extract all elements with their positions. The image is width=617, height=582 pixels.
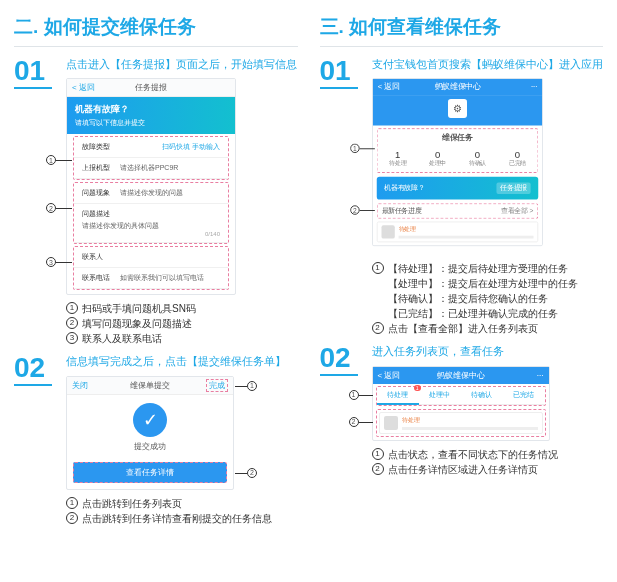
- view-detail-btn: 查看任务详情: [73, 462, 227, 483]
- stat-label: 处理中: [417, 160, 457, 169]
- check-icon: ✓: [133, 403, 167, 437]
- dashed-item: 待处理: [376, 409, 546, 437]
- step-desc: 信息填写完成之后，点击【提交维保任务单】: [66, 354, 298, 369]
- hint: 如需联系我们可以填写电话: [120, 273, 220, 283]
- note-text: 点击跳转到任务详情查看刚提交的任务信息: [82, 511, 272, 526]
- lbl: 联系人: [82, 252, 120, 262]
- hint: 请选择机器PPC9R: [120, 163, 220, 173]
- mock-title: 维保单提交: [130, 380, 170, 391]
- callout-1: 1: [247, 381, 257, 391]
- content-col: 信息填写完成之后，点击【提交维保任务单】 关闭 维保单提交 完成 1 ✓ 提交成…: [66, 354, 298, 525]
- tab: 待处理1: [377, 387, 419, 405]
- stat-label: 待确认: [457, 160, 497, 169]
- recent-header: 最新任务进度 查看全部 >: [376, 204, 538, 219]
- mock-home: < 返回 蚂蚁维保中心 ··· ⚙ 维保任务 1待处理 0处理中: [372, 78, 543, 246]
- lbl: 问题描述: [82, 209, 120, 219]
- note-num: 3: [66, 332, 78, 344]
- dashed-group-1: 故障类型 扫码快填 手动输入 上报机型 请选择机器PPC9R 1: [73, 136, 229, 180]
- form-row: 问题现象 请描述你发现的问题: [74, 183, 228, 204]
- num-col: 01: [14, 57, 56, 346]
- underline: [320, 374, 358, 376]
- banner-title: 机器有故障？: [384, 184, 424, 194]
- num-col: 02: [320, 344, 362, 476]
- hint: 请描述你发现的具体问题: [82, 219, 220, 231]
- dashed-stats: 维保任务 1待处理 0处理中 0待确认 0已完结: [376, 129, 538, 174]
- callout-2: 2: [350, 206, 360, 216]
- avatar: [381, 226, 394, 239]
- note-text: 联系人及联系电话: [82, 331, 162, 346]
- section3-title: 三. 如何查看维保任务: [320, 14, 604, 47]
- step-desc: 支付宝钱包首页搜索【蚂蚁维保中心】进入应用: [372, 57, 604, 72]
- dashed-group-2: 问题现象 请描述你发现的问题 问题描述 请描述你发现的具体问题 0/140 2: [73, 182, 229, 244]
- note-text: 点击任务详情区域进入任务详情页: [388, 462, 538, 477]
- note-text: 点击【查看全部】进入任务列表页: [388, 321, 538, 336]
- back-label: < 返回: [378, 370, 401, 381]
- notes: 1【待处理】：提交后待处理方受理的任务 【处理中】：提交后在处理方处理中的任务 …: [372, 261, 604, 336]
- note-text: 填写问题现象及问题描述: [82, 316, 192, 331]
- success-text: 提交成功: [67, 441, 233, 456]
- notes: 1扫码或手填问题机具SN码 2填写问题现象及问题描述 3联系人及联系电话: [66, 301, 298, 346]
- underline: [14, 87, 52, 89]
- mock-task-form: < 返回 任务提报 机器有故障？ 请填写以下信息并提交 故障类型 扫码快填 手动…: [66, 78, 236, 295]
- mock-title: 蚂蚁维保中心: [437, 370, 485, 381]
- stat-value: 1: [377, 150, 417, 160]
- back-label: < 返回: [377, 82, 399, 92]
- note-text: 【待确认】：提交后待您确认的任务: [388, 291, 548, 306]
- form-row: 联系电话如需联系我们可以填写电话: [74, 268, 228, 289]
- badge: 1: [414, 385, 421, 391]
- banner2: 机器有故障？ 任务提报: [376, 177, 538, 200]
- leader: [56, 160, 72, 161]
- content-col: 支付宝钱包首页搜索【蚂蚁维保中心】进入应用 < 返回 蚂蚁维保中心 ··· ⚙ …: [372, 57, 604, 336]
- item-status: 待处理: [402, 416, 538, 425]
- mock-header: < 返回 蚂蚁维保中心 ···: [373, 367, 549, 384]
- notes: 1点击跳转到任务列表页 2点击跳转到任务详情查看刚提交的任务信息: [66, 496, 298, 526]
- s2-step2: 02 信息填写完成之后，点击【提交维保任务单】 关闭 维保单提交 完成 1 ✓ …: [14, 354, 298, 525]
- content-col: 进入任务列表页，查看任务 < 返回 蚂蚁维保中心 ··· 待处理1 处理中 待确…: [372, 344, 604, 476]
- note-text: 扫码或手填问题机具SN码: [82, 301, 196, 316]
- avatar: [384, 416, 398, 430]
- tab: 已完结: [503, 387, 545, 405]
- column-left: 二. 如何提交维保任务 01 点击进入【任务提报】页面之后，开始填写信息 < 返…: [14, 14, 298, 526]
- form-row: 联系人: [74, 247, 228, 268]
- lbl: 问题现象: [82, 188, 120, 198]
- mock-task-list: < 返回 蚂蚁维保中心 ··· 待处理1 处理中 待确认 已完结: [372, 366, 550, 441]
- content-col: 点击进入【任务提报】页面之后，开始填写信息 < 返回 任务提报 机器有故障？ 请…: [66, 57, 298, 346]
- stat-row: 1待处理 0处理中 0待确认 0已完结: [377, 146, 537, 173]
- note-num: 2: [372, 463, 384, 475]
- note-num: 1: [372, 262, 384, 274]
- lbl: 故障类型: [82, 142, 120, 152]
- note-num: 1: [372, 448, 384, 460]
- icon-area: ⚙: [372, 95, 541, 125]
- note-text: 点击跳转到任务列表页: [82, 496, 182, 511]
- note-num: 2: [372, 322, 384, 334]
- tabs: 待处理1 处理中 待确认 已完结: [377, 387, 545, 405]
- item-status: 待处理: [398, 226, 533, 235]
- note-num: 2: [66, 512, 78, 524]
- lbl: 联系电话: [82, 273, 120, 283]
- note-text: 【待处理】：提交后待处理方受理的任务: [388, 261, 568, 276]
- form-row: 上报机型 请选择机器PPC9R: [74, 158, 228, 179]
- step-desc: 点击进入【任务提报】页面之后，开始填写信息: [66, 57, 298, 72]
- task-heading: 维保任务: [377, 130, 537, 146]
- more-icon: ···: [530, 83, 536, 92]
- lbl: 上报机型: [82, 163, 120, 173]
- line: [402, 427, 538, 430]
- dashed-group-3: 联系人 联系电话如需联系我们可以填写电话 3: [73, 246, 229, 290]
- note-text: 【已完结】：已处理并确认完成的任务: [388, 306, 558, 321]
- banner-btn: 任务提报: [496, 183, 530, 194]
- form-row: 故障类型 扫码快填 手动输入: [74, 137, 228, 158]
- note-num: 1: [66, 302, 78, 314]
- more-icon: ···: [537, 371, 544, 380]
- step-number: 02: [320, 344, 362, 372]
- gear-icon: ⚙: [448, 99, 467, 118]
- section2-title: 二. 如何提交维保任务: [14, 14, 298, 47]
- callout-2: 2: [349, 417, 359, 427]
- leader: [235, 386, 247, 387]
- task-item: 待处理: [379, 412, 543, 434]
- hint: 请描述你发现的问题: [120, 188, 220, 198]
- recent-title: 最新任务进度: [381, 207, 421, 217]
- column-right: 三. 如何查看维保任务 01 支付宝钱包首页搜索【蚂蚁维保中心】进入应用 < 返…: [320, 14, 604, 526]
- stat-value: 0: [497, 150, 537, 160]
- mock-header: 关闭 维保单提交 完成: [67, 377, 233, 395]
- tab: 处理中: [419, 387, 461, 405]
